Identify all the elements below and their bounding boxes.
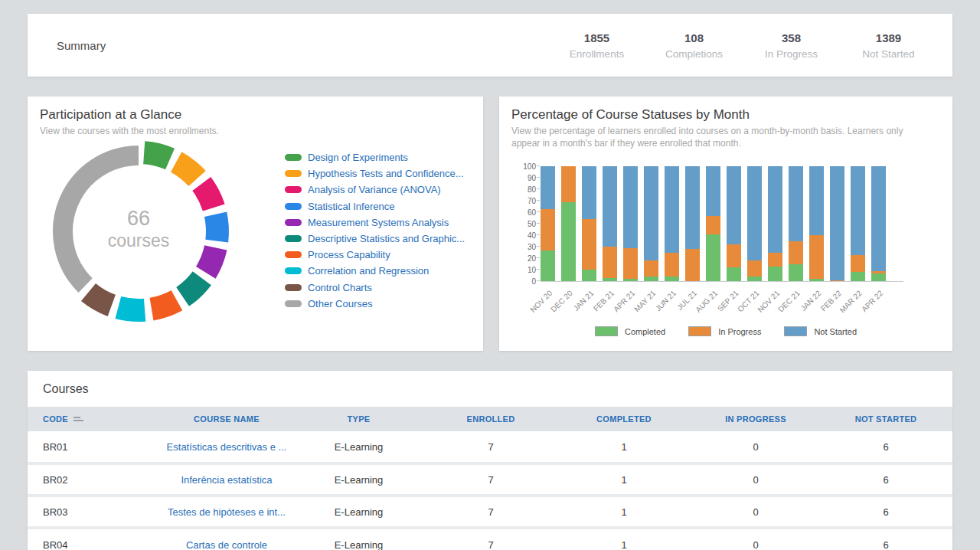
legend-label: Process Capability <box>308 249 390 260</box>
legend-label: Measurement Systems Analysis <box>308 217 449 228</box>
courses-title: Courses <box>28 371 952 407</box>
donut-center-label: courses <box>77 231 200 252</box>
bar-segment-in-progress <box>706 216 720 234</box>
bar-column <box>727 166 741 281</box>
status-chart-subtitle: View the percentage of learners enrolled… <box>511 125 934 149</box>
legend-swatch <box>285 267 302 274</box>
bar-column <box>644 166 658 281</box>
bar-segment-completed <box>768 267 782 282</box>
bar-segment-not-started <box>665 166 679 253</box>
status-chart-card: Percentage of Course Statuses by Month V… <box>499 97 952 351</box>
cell-type: E-Learning <box>292 528 426 550</box>
bar-column <box>871 166 886 281</box>
legend-label: Completed <box>625 327 665 336</box>
stat-label: Not Started <box>840 48 937 60</box>
bar-column <box>706 166 720 281</box>
participation-legend-item[interactable]: Analysis of Variance (ANOVA) <box>285 185 465 195</box>
participation-legend-item[interactable]: Hypothesis Tests and Confidence... <box>285 169 465 178</box>
course-name-link[interactable]: Inferência estatística <box>162 463 292 496</box>
x-axis-label: OCT 21 <box>736 289 760 313</box>
y-axis-tick <box>537 223 540 224</box>
legend-label: Design of Experiments <box>308 152 408 163</box>
cell-code: BR01 <box>28 431 162 463</box>
course-name-link[interactable]: Testes de hipóteses e int... <box>162 496 292 528</box>
participation-legend-item[interactable]: Other Courses <box>285 299 465 309</box>
bar-segment-not-started <box>809 166 824 235</box>
x-axis-label: JUN 21 <box>654 289 678 313</box>
bar-segment-completed <box>727 267 741 281</box>
bar-segment-in-progress <box>851 255 865 273</box>
x-axis-label: APR 22 <box>860 289 884 313</box>
cell-code: BR04 <box>28 528 162 550</box>
cell-type: E-Learning <box>292 496 426 528</box>
column-header-course-name[interactable]: COURSE NAME <box>162 407 292 431</box>
cell-not-started: 6 <box>819 463 952 496</box>
column-header-completed[interactable]: COMPLETED <box>556 407 692 431</box>
cell-enrolled: 7 <box>426 528 556 550</box>
y-axis-tick-label: 20 <box>513 254 536 263</box>
bar-segment-not-started <box>623 166 638 248</box>
bar-chart-legend: CompletedIn ProgressNot Started <box>499 326 952 336</box>
cell-completed: 1 <box>556 463 692 496</box>
column-header-enrolled[interactable]: ENROLLED <box>426 407 556 431</box>
y-axis-tick-label: 100 <box>513 162 536 171</box>
bar-segment-completed <box>644 277 658 281</box>
column-header-code[interactable]: CODE <box>28 407 162 431</box>
bar-segment-in-progress <box>665 253 679 277</box>
x-axis-label: FEB 21 <box>592 289 616 313</box>
legend-swatch <box>285 251 302 258</box>
legend-label: In Progress <box>718 327 761 336</box>
x-axis-labels: NOV 20DEC 20JAN 21FEB 21APR 21MAY 21JUN … <box>541 284 903 332</box>
bar-segment-completed <box>706 234 720 282</box>
cell-in-progress: 0 <box>692 528 819 550</box>
participation-legend-item[interactable]: Descriptive Statistics and Graphic... <box>285 234 465 244</box>
x-axis-label: JAN 22 <box>799 289 822 313</box>
cell-code: BR03 <box>28 496 162 528</box>
bar-segment-completed <box>665 277 679 281</box>
cell-code: BR02 <box>28 463 162 496</box>
stacked-bar-chart: 0102030405060708090100 <box>541 167 903 282</box>
participation-legend-item[interactable]: Correlation and Regression <box>285 266 465 276</box>
x-axis-label: APR 21 <box>612 289 636 313</box>
column-header-in-progress[interactable]: IN PROGRESS <box>692 407 819 431</box>
x-axis-label: MAY 21 <box>632 289 657 313</box>
stat-label: Enrollments <box>548 48 645 60</box>
courses-table: CODECOURSE NAMETYPEENROLLEDCOMPLETEDIN P… <box>28 407 952 550</box>
x-axis-label: JAN 21 <box>571 289 595 313</box>
bar-legend-item: Not Started <box>784 326 857 336</box>
legend-label: Statistical Inference <box>308 201 394 212</box>
participation-legend-item[interactable]: Control Charts <box>285 283 465 293</box>
y-axis-tick-label: 90 <box>513 174 536 182</box>
legend-label: Descriptive Statistics and Graphic... <box>308 233 465 244</box>
bar-segment-in-progress <box>644 260 658 277</box>
participation-legend-item[interactable]: Process Capability <box>285 250 465 260</box>
cell-type: E-Learning <box>292 463 426 496</box>
bar-column <box>830 166 844 281</box>
stat-value: 1855 <box>548 31 645 44</box>
legend-swatch <box>285 219 302 226</box>
bar-segment-completed <box>623 279 638 281</box>
column-header-not-started[interactable]: NOT STARTED <box>819 407 952 431</box>
participation-legend-item[interactable]: Measurement Systems Analysis <box>285 218 465 228</box>
column-header-type[interactable]: TYPE <box>292 407 426 431</box>
y-axis-tick-label: 50 <box>513 220 536 228</box>
bar-segment-completed <box>871 273 886 282</box>
y-axis-tick <box>537 246 540 247</box>
bar-column <box>789 166 803 281</box>
participation-legend-item[interactable]: Design of Experiments <box>285 152 465 162</box>
donut-segment <box>144 152 170 159</box>
bar-segment-not-started <box>830 166 844 280</box>
legend-swatch <box>285 170 302 177</box>
course-name-link[interactable]: Cartas de controle <box>162 528 292 550</box>
bar-segment-in-progress <box>603 247 617 278</box>
bar-segment-completed <box>582 270 596 281</box>
y-axis-tick-label: 10 <box>513 266 536 274</box>
bar-column <box>623 166 638 281</box>
cell-in-progress: 0 <box>692 463 819 496</box>
bar-segment-completed <box>809 279 824 281</box>
course-name-link[interactable]: Estatísticas descritivas e ... <box>162 431 292 463</box>
x-axis-label: AUG 21 <box>694 289 719 314</box>
cell-not-started: 6 <box>819 431 952 463</box>
participation-legend-item[interactable]: Statistical Inference <box>285 201 465 211</box>
bar-segment-completed <box>561 202 576 282</box>
